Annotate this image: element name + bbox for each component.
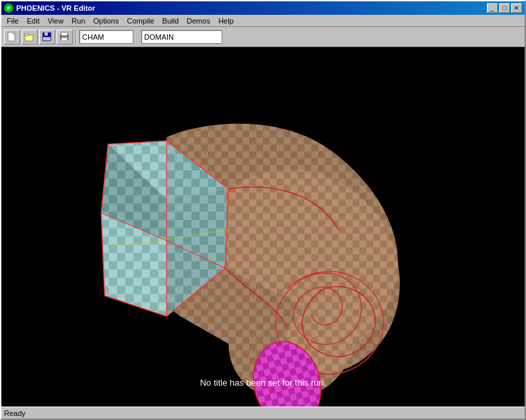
menu-view[interactable]: View [44,16,68,26]
scene-subtitle-text: No title has been set for this run. [200,378,326,388]
scene-subtitle: No title has been set for this run. [1,378,525,388]
title-bar-left: P PHOENICS - VR Editor [4,3,95,13]
menu-bar: File Edit View Run Options Compile Build… [1,15,525,27]
new-button[interactable] [4,30,20,44]
title-bar: P PHOENICS - VR Editor _ □ ✕ [1,1,525,15]
close-button[interactable]: ✕ [511,3,522,13]
svg-rect-7 [44,32,48,36]
3d-scene [1,47,525,407]
menu-demos[interactable]: Demos [183,16,214,26]
menu-build[interactable]: Build [158,16,183,26]
menu-compile[interactable]: Compile [123,16,158,26]
menu-edit[interactable]: Edit [23,16,44,26]
status-text: Ready [4,409,26,417]
canvas-area: No title has been set for this run. [1,47,525,407]
toolbar-separator [75,30,77,44]
menu-help[interactable]: Help [214,16,238,26]
svg-rect-5 [25,34,28,36]
open-button[interactable] [22,30,38,44]
print-button[interactable] [57,30,73,44]
menu-file[interactable]: File [3,16,23,26]
toolbar [1,27,525,47]
menu-run[interactable]: Run [67,16,89,26]
status-bar: Ready [1,407,525,419]
main-window: P PHOENICS - VR Editor _ □ ✕ File Edit V… [0,0,526,420]
maximize-button[interactable]: □ [499,3,510,13]
domain-field[interactable] [141,30,222,44]
save-button[interactable] [39,30,55,44]
minimize-button[interactable]: _ [487,3,498,13]
cham-field[interactable] [79,30,133,44]
svg-text:P: P [7,6,11,11]
title-buttons: _ □ ✕ [487,3,522,13]
svg-rect-10 [61,32,67,36]
window-title: PHOENICS - VR Editor [16,4,95,12]
menu-options[interactable]: Options [90,16,123,26]
app-icon: P [4,3,13,13]
svg-rect-8 [43,37,51,40]
svg-rect-11 [61,38,67,40]
